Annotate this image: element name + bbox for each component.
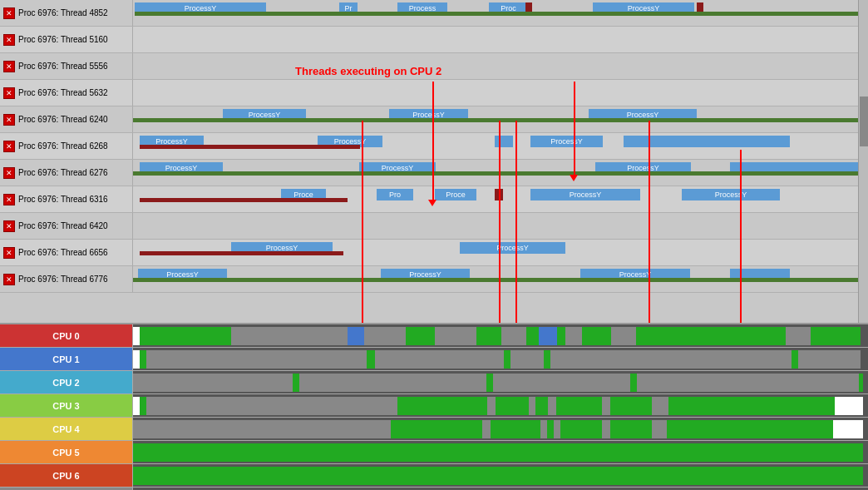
cpu-bar [133, 420, 391, 438]
thread-label-area-5556: ✕ Proc 6976: Thread 5556 [0, 53, 133, 79]
thread-label-area-6420: ✕ Proc 6976: Thread 6420 [0, 213, 133, 239]
cpu-bar [348, 327, 364, 345]
thread-row-5556: ✕ Proc 6976: Thread 5556 [0, 53, 868, 80]
thread-label-area-6776: ✕ Proc 6976: Thread 6776 [0, 266, 133, 292]
thread-row-5160: ✕ Proc 6976: Thread 5160 [0, 27, 868, 53]
cpu-label-text-2: CPU 2 [52, 378, 79, 388]
cpu-bar [486, 374, 493, 392]
threads-section: Threads executing on CPU 2 ✕ Proc 6976: … [0, 0, 868, 324]
bar [624, 136, 790, 147]
cpu-timeline-2 [133, 371, 868, 393]
thread-label-area-6276: ✕ Proc 6976: Thread 6276 [0, 160, 133, 186]
cpu-label-text-0: CPU 0 [52, 331, 79, 341]
cpu-bar [140, 350, 146, 369]
thread-timeline-6268: ProcessY ProcessY ProcessY [133, 133, 868, 159]
thread-timeline-6240: ProcessY ProcessY ProcessY [133, 106, 868, 132]
cpu-bar [539, 327, 557, 345]
cpu-bar [798, 350, 861, 369]
thread-timeline-6420 [133, 213, 868, 239]
cpu-bar [786, 327, 811, 345]
cpu-label-text-5: CPU 5 [52, 448, 79, 458]
cpu-bar [833, 420, 863, 438]
thread-timeline-6656: ProcessY ProcessY [133, 240, 868, 265]
cpu-bar [544, 350, 550, 369]
bar: ProcessY [460, 242, 565, 254]
cpu-timeline-6 [133, 464, 868, 487]
cpu-bar [602, 397, 610, 415]
thread-label-area-6316: ✕ Proc 6976: Thread 6316 [0, 186, 133, 212]
cpu-label-text-4: CPU 4 [52, 424, 79, 434]
cpu-bar [565, 327, 582, 345]
bar: ProcessY [682, 189, 780, 200]
cpu-bar [636, 327, 786, 345]
thread-timeline-4852: ProcessY Pr Process Proc ProcessY [133, 0, 868, 26]
cpu-row-0: CPU 0 [0, 324, 868, 348]
close-btn-5632[interactable]: ✕ [3, 87, 15, 99]
thread-label-area-6268: ✕ Proc 6976: Thread 6268 [0, 133, 133, 159]
close-btn-4852[interactable]: ✕ [3, 7, 15, 19]
close-btn-6776[interactable]: ✕ [3, 274, 15, 285]
close-btn-6656[interactable]: ✕ [3, 247, 15, 259]
thread-timeline-6316: Proce Pro Proce ProcessY ProcessY [133, 186, 868, 212]
cpu-bar [231, 327, 348, 345]
main-container: Threads executing on CPU 2 ✕ Proc 6976: … [0, 0, 868, 490]
cpu-bar [792, 350, 798, 369]
thread-name-4852: Proc 6976: Thread 4852 [18, 8, 108, 17]
cpu-row-1: CPU 1 [0, 348, 868, 371]
close-btn-6276[interactable]: ✕ [3, 167, 15, 179]
close-btn-6316[interactable]: ✕ [3, 194, 15, 205]
cpu-bar [535, 397, 548, 415]
cpu-label-2: CPU 2 [0, 371, 133, 393]
cpu-row-4: CPU 4 [0, 418, 868, 441]
thread-name-6240: Proc 6976: Thread 6240 [18, 115, 108, 124]
thread-row-6656: ✕ Proc 6976: Thread 6656 ProcessY Proces… [0, 240, 868, 266]
cpu-label-text-1: CPU 1 [52, 354, 79, 364]
cpu-bar [140, 397, 146, 415]
cpu-bar [811, 327, 861, 345]
thread-name-5556: Proc 6976: Thread 5556 [18, 62, 108, 71]
cpu-bar [491, 420, 540, 438]
bar: Pro [377, 189, 413, 200]
cpu-bar [299, 374, 486, 392]
cpu-row-5: CPU 5 [0, 441, 868, 464]
cpu-row-6: CPU 6 [0, 464, 868, 488]
thread-row-6316: ✕ Proc 6976: Thread 6316 Proce Pro Proce… [0, 186, 868, 213]
cpu-bar [510, 350, 544, 369]
close-btn-5160[interactable]: ✕ [3, 34, 15, 46]
bar [495, 189, 503, 200]
cpu-bar [637, 374, 859, 392]
close-btn-6240[interactable]: ✕ [3, 114, 15, 126]
cpu-label-text-6: CPU 6 [52, 471, 79, 481]
cpu-bar [504, 350, 510, 369]
thread-label-area-5160: ✕ Proc 6976: Thread 5160 [0, 27, 133, 52]
close-btn-6420[interactable]: ✕ [3, 220, 15, 232]
cpu-bar [133, 467, 863, 485]
cpu-bar [652, 420, 667, 438]
close-btn-5556[interactable]: ✕ [3, 61, 15, 72]
cpu-bar [652, 397, 668, 415]
thread-row-6420: ✕ Proc 6976: Thread 6420 [0, 213, 868, 240]
scrollbar-thumb[interactable] [860, 97, 868, 146]
cpu-row-3: CPU 3 [0, 394, 868, 418]
thread-name-6776: Proc 6976: Thread 6776 [18, 275, 108, 284]
cpu-bar [133, 327, 140, 345]
cpu-label-5: CPU 5 [0, 441, 133, 463]
cpu-bar [835, 397, 863, 415]
cpu-bar [397, 397, 487, 415]
cpu-bar [610, 397, 652, 415]
bar-thin [140, 251, 343, 255]
close-btn-6268[interactable]: ✕ [3, 141, 15, 152]
bar-thin [133, 171, 865, 176]
cpu-bar [554, 420, 560, 438]
thread-timeline-5160 [133, 27, 868, 52]
cpu-bar [630, 374, 637, 392]
thread-label-area-6656: ✕ Proc 6976: Thread 6656 [0, 240, 133, 265]
cpu-bar [140, 327, 231, 345]
scrollbar[interactable] [858, 0, 868, 323]
cpu-bar [557, 327, 565, 345]
thread-label-area-6240: ✕ Proc 6976: Thread 6240 [0, 106, 133, 132]
thread-timeline-6276: ProcessY ProcessY ProcessY [133, 160, 868, 186]
cpu-bar [375, 350, 504, 369]
cpu-bar [293, 374, 299, 392]
thread-row-6276: ✕ Proc 6976: Thread 6276 ProcessY Proces… [0, 160, 868, 186]
